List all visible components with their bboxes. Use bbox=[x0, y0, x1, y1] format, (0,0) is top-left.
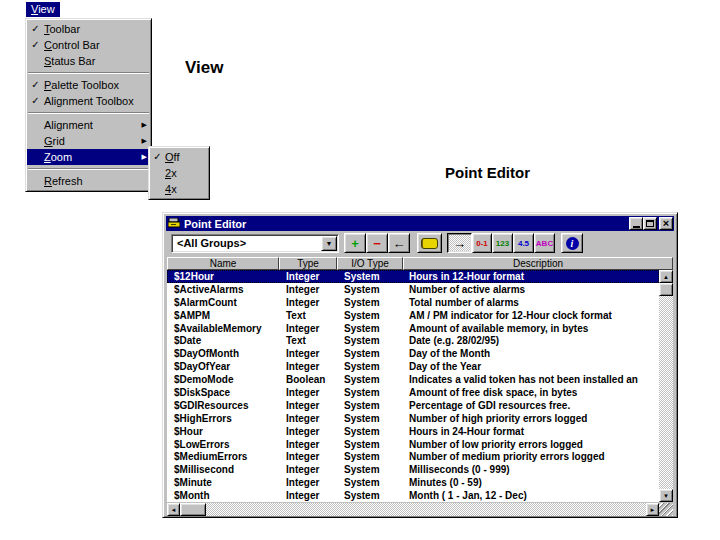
menu-separator bbox=[28, 112, 149, 114]
vertical-scroll-thumb[interactable] bbox=[659, 283, 673, 296]
point-editor-window: Point Editor × <All Groups> ▼ +−←→0-1123… bbox=[162, 212, 678, 518]
cell-io-type: System bbox=[337, 490, 403, 501]
database-button[interactable] bbox=[417, 233, 442, 253]
table-row[interactable]: $ActiveAlarmsIntegerSystemNumber of acti… bbox=[167, 283, 659, 296]
table-row[interactable]: $MonthIntegerSystemMonth ( 1 - Jan, 12 -… bbox=[167, 489, 659, 502]
resize-grip[interactable] bbox=[659, 503, 673, 516]
scroll-down-button[interactable]: ▼ bbox=[659, 489, 673, 502]
cell-type: Integer bbox=[279, 323, 337, 334]
cell-description: Amount of free disk space, in bytes bbox=[403, 387, 659, 398]
desktop: View ✓Toolbar✓Control BarStatus Bar✓Pale… bbox=[0, 0, 720, 540]
menu-item-label: Status Bar bbox=[44, 55, 134, 67]
header-name[interactable]: Name bbox=[167, 257, 279, 270]
menu-item-alignment-toolbox[interactable]: ✓Alignment Toolbox bbox=[27, 93, 150, 109]
view-menu: ✓Toolbar✓Control BarStatus Bar✓Palette T… bbox=[25, 18, 152, 192]
filter-real-button[interactable]: 4.5 bbox=[513, 233, 534, 253]
cell-type: Integer bbox=[279, 400, 337, 411]
menu-item-grid[interactable]: Grid▶ bbox=[27, 133, 150, 149]
table-row[interactable]: $DemoModeBooleanSystemIndicates a valid … bbox=[167, 373, 659, 386]
cell-name: $DayOfMonth bbox=[167, 348, 279, 359]
table-header: Name Type I/O Type Description bbox=[167, 257, 673, 270]
cell-io-type: System bbox=[337, 297, 403, 308]
check-icon: ✓ bbox=[27, 21, 44, 37]
table-row[interactable]: $MillisecondIntegerSystemMilliseconds (0… bbox=[167, 463, 659, 476]
cell-type: Integer bbox=[279, 284, 337, 295]
view-heading: View bbox=[185, 58, 223, 78]
table-row[interactable]: $DiskSpaceIntegerSystemAmount of free di… bbox=[167, 386, 659, 399]
table-row[interactable]: $MediumErrorsIntegerSystemNumber of medi… bbox=[167, 450, 659, 463]
close-button[interactable]: × bbox=[659, 217, 673, 230]
table-row[interactable]: $DayOfMonthIntegerSystemDay of the Month bbox=[167, 347, 659, 360]
table-row[interactable]: $HighErrorsIntegerSystemNumber of high p… bbox=[167, 412, 659, 425]
table-row[interactable]: $DateTextSystemDate (e.g. 28/02/95) bbox=[167, 334, 659, 347]
cell-name: $12Hour bbox=[167, 271, 279, 282]
menu-item-control-bar[interactable]: ✓Control Bar bbox=[27, 37, 150, 53]
table-row[interactable]: $MinuteIntegerSystemMinutes (0 - 59) bbox=[167, 476, 659, 489]
group-filter-dropdown[interactable]: <All Groups> ▼ bbox=[171, 234, 339, 253]
scroll-up-button[interactable]: ▲ bbox=[659, 270, 673, 283]
header-description[interactable]: Description bbox=[403, 257, 673, 270]
table-row[interactable]: $LowErrorsIntegerSystemNumber of low pri… bbox=[167, 438, 659, 451]
add-point-button[interactable]: + bbox=[344, 233, 366, 253]
info-button[interactable]: i bbox=[561, 233, 583, 253]
cell-io-type: System bbox=[337, 374, 403, 385]
menu-item-label: Palette Toolbox bbox=[44, 79, 134, 91]
title-bar[interactable]: Point Editor × bbox=[166, 216, 674, 231]
menu-item-label: Alignment bbox=[44, 119, 134, 131]
cell-name: $Minute bbox=[167, 477, 279, 488]
maximize-button[interactable] bbox=[643, 217, 657, 230]
table-row[interactable]: $DayOfYearIntegerSystemDay of the Year bbox=[167, 360, 659, 373]
filter-text-button[interactable]: ABC bbox=[534, 233, 555, 253]
cell-description: Amount of available memory, in bytes bbox=[403, 323, 659, 334]
filter-discrete-icon: 0-1 bbox=[476, 239, 488, 248]
menu-item-toolbar[interactable]: ✓Toolbar bbox=[27, 21, 150, 37]
table-row[interactable]: $HourIntegerSystemHours in 24-Hour forma… bbox=[167, 425, 659, 438]
scroll-up-icon: ▲ bbox=[663, 274, 669, 280]
cell-description: Hours in 24-Hour format bbox=[403, 426, 659, 437]
cell-description: Hours in 12-Hour format bbox=[403, 271, 659, 282]
cell-type: Integer bbox=[279, 387, 337, 398]
delete-point-button[interactable]: − bbox=[366, 233, 388, 253]
table-row[interactable]: $12HourIntegerSystemHours in 12-Hour for… bbox=[167, 270, 659, 283]
dropdown-arrow-button[interactable]: ▼ bbox=[321, 236, 337, 251]
cell-io-type: System bbox=[337, 335, 403, 346]
cell-io-type: System bbox=[337, 451, 403, 462]
cell-io-type: System bbox=[337, 284, 403, 295]
scroll-right-button[interactable]: ► bbox=[646, 503, 659, 516]
header-io-type[interactable]: I/O Type bbox=[337, 257, 403, 270]
menu-item-palette-toolbox[interactable]: ✓Palette Toolbox bbox=[27, 77, 150, 93]
submenu-item-4x[interactable]: 4x bbox=[150, 181, 208, 197]
cell-description: Day of the Month bbox=[403, 348, 659, 359]
table-row[interactable]: $GDIResourcesIntegerSystemPercentage of … bbox=[167, 399, 659, 412]
menu-item-refresh[interactable]: Refresh bbox=[27, 173, 150, 189]
scroll-left-button[interactable]: ◄ bbox=[167, 503, 180, 516]
cell-name: $GDIResources bbox=[167, 400, 279, 411]
cell-description: Milliseconds (0 - 999) bbox=[403, 464, 659, 475]
cell-type: Integer bbox=[279, 271, 337, 282]
cell-description: Date (e.g. 28/02/95) bbox=[403, 335, 659, 346]
menubar-item-view[interactable]: View bbox=[26, 2, 60, 17]
menu-item-status-bar[interactable]: Status Bar bbox=[27, 53, 150, 69]
cell-description: Indicates a valid token has not been ins… bbox=[403, 374, 659, 385]
filter-integer-button[interactable]: 123 bbox=[492, 233, 513, 253]
menu-item-zoom[interactable]: Zoom▶ bbox=[27, 149, 150, 165]
table-row[interactable]: $AvailableMemoryIntegerSystemAmount of a… bbox=[167, 322, 659, 335]
table-row[interactable]: $AMPMTextSystemAM / PM indicator for 12-… bbox=[167, 309, 659, 322]
prev-point-button[interactable]: ← bbox=[388, 233, 410, 253]
cell-description: Day of the Year bbox=[403, 361, 659, 372]
minimize-button[interactable] bbox=[629, 217, 643, 230]
cell-description: Minutes (0 - 59) bbox=[403, 477, 659, 488]
table-row[interactable]: $AlarmCountIntegerSystemTotal number of … bbox=[167, 296, 659, 309]
horizontal-scrollbar[interactable]: ◄ ► bbox=[167, 503, 659, 516]
submenu-item-2x[interactable]: 2x bbox=[150, 165, 208, 181]
cell-io-type: System bbox=[337, 400, 403, 411]
point-editor-heading: Point Editor bbox=[445, 164, 530, 181]
header-type[interactable]: Type bbox=[279, 257, 337, 270]
submenu-item-off[interactable]: ✓Off bbox=[150, 149, 208, 165]
scroll-right-icon: ► bbox=[650, 507, 656, 513]
menu-item-alignment[interactable]: Alignment▶ bbox=[27, 117, 150, 133]
next-point-button[interactable]: → bbox=[447, 233, 472, 253]
filter-discrete-button[interactable]: 0-1 bbox=[472, 233, 492, 253]
vertical-scrollbar[interactable]: ▲ ▼ bbox=[659, 270, 673, 502]
horizontal-scroll-thumb[interactable] bbox=[180, 503, 206, 516]
